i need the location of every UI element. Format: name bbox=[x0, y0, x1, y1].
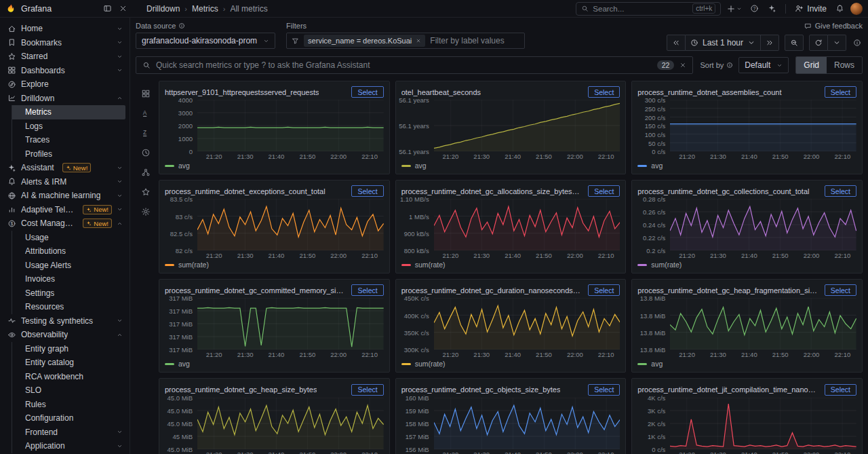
star-button[interactable] bbox=[138, 185, 153, 200]
legend[interactable]: avg bbox=[165, 161, 384, 171]
zoom-out-button[interactable] bbox=[785, 35, 804, 51]
global-search-input[interactable] bbox=[593, 5, 688, 13]
sidebar-item-settings[interactable]: Settings bbox=[12, 286, 125, 301]
sort-asc-button[interactable]: A bbox=[138, 106, 153, 121]
sidebar-item-entity-graph[interactable]: Entity graph bbox=[12, 342, 125, 356]
grafana-logo[interactable] bbox=[5, 3, 16, 14]
sidebar-item-testing-synthetics[interactable]: Testing & synthetics bbox=[4, 314, 125, 328]
sidebar-item-application[interactable]: Application bbox=[12, 439, 125, 453]
new-menu-button[interactable] bbox=[724, 1, 744, 16]
time-series-chart[interactable] bbox=[434, 100, 620, 151]
sidebar-item-slo[interactable]: SLO bbox=[12, 383, 125, 398]
sidebar-item-ai-machine-learning[interactable]: AI & machine learning bbox=[4, 189, 125, 203]
give-feedback-link[interactable]: Give feedback bbox=[804, 22, 863, 30]
sidebar-item-usage-alerts[interactable]: Usage Alerts bbox=[12, 259, 125, 273]
time-series-chart[interactable] bbox=[197, 398, 384, 449]
filter-chip[interactable]: service_name = dereos.KoSuai bbox=[304, 35, 425, 47]
refresh-button[interactable] bbox=[809, 35, 828, 51]
datasource-picker[interactable]: grafanacloud-akirasonoda-prom bbox=[136, 33, 275, 49]
legend[interactable]: avg bbox=[637, 359, 856, 369]
sidebar-item-resources[interactable]: Resources bbox=[12, 300, 125, 314]
select-button[interactable]: Select bbox=[825, 86, 856, 98]
breadcrumb-metrics[interactable]: Metrics bbox=[192, 4, 218, 14]
sidebar-item-entity-catalog[interactable]: Entity catalog bbox=[12, 356, 125, 370]
rows-view-button[interactable]: Rows bbox=[827, 57, 862, 73]
grid-view-button[interactable]: Grid bbox=[796, 57, 827, 73]
legend[interactable]: sum(rate) bbox=[165, 260, 384, 270]
select-button[interactable]: Select bbox=[825, 384, 856, 396]
history-button[interactable] bbox=[138, 145, 153, 160]
sidebar-item-profiles[interactable]: Profiles bbox=[12, 147, 125, 162]
sidebar-item-adaptive-telemetry[interactable]: Adaptive TelemetryNew! bbox=[4, 203, 125, 217]
sidebar-item-home[interactable]: Home bbox=[4, 22, 125, 36]
time-series-chart[interactable] bbox=[434, 298, 620, 349]
gear-button[interactable] bbox=[138, 204, 153, 219]
time-series-chart[interactable] bbox=[670, 298, 856, 349]
sidebar-item-attributions[interactable]: Attributions bbox=[12, 244, 125, 259]
time-shift-back-button[interactable] bbox=[667, 35, 686, 51]
legend[interactable]: sum(rate) bbox=[637, 260, 856, 270]
sidebar-item-explore[interactable]: Explore bbox=[4, 77, 125, 92]
sort-desc-button[interactable]: Z bbox=[138, 126, 153, 140]
sort-select[interactable]: Default bbox=[738, 57, 789, 73]
select-button[interactable]: Select bbox=[351, 185, 383, 197]
sidebar-item-dashboards[interactable]: Dashboards bbox=[4, 64, 125, 78]
sidebar-item-invoices[interactable]: Invoices bbox=[12, 272, 125, 286]
sidebar-item-logs[interactable]: Logs bbox=[12, 119, 125, 134]
time-series-chart[interactable] bbox=[670, 199, 856, 250]
remove-filter-icon[interactable] bbox=[416, 38, 421, 43]
sidebar-item-drilldown[interactable]: Drilldown bbox=[4, 92, 125, 106]
legend[interactable]: avg bbox=[637, 161, 856, 171]
user-avatar[interactable] bbox=[850, 3, 863, 15]
time-info-button[interactable] bbox=[852, 35, 863, 51]
select-button[interactable]: Select bbox=[825, 185, 856, 197]
time-range-picker[interactable]: Last 1 hour bbox=[686, 35, 761, 51]
legend[interactable]: avg bbox=[401, 161, 620, 171]
assistant-button[interactable] bbox=[765, 1, 779, 16]
time-series-chart[interactable] bbox=[434, 398, 620, 449]
time-series-chart[interactable] bbox=[434, 199, 620, 250]
metrics-search[interactable]: 22 bbox=[136, 56, 693, 74]
select-button[interactable]: Select bbox=[351, 86, 383, 98]
legend[interactable]: sum(rate) bbox=[401, 260, 620, 270]
sidebar-item-starred[interactable]: Starred bbox=[4, 50, 125, 64]
time-series-chart[interactable] bbox=[670, 398, 856, 449]
label-filter-input[interactable] bbox=[430, 36, 519, 45]
invite-button[interactable]: Invite bbox=[792, 1, 829, 16]
sidebar-item-observability[interactable]: Observability bbox=[4, 328, 125, 342]
select-button[interactable]: Select bbox=[588, 284, 620, 296]
select-button[interactable]: Select bbox=[588, 185, 620, 197]
select-button[interactable]: Select bbox=[825, 284, 856, 296]
filters-input[interactable]: service_name = dereos.KoSuai bbox=[286, 33, 525, 49]
sidebar-item-usage[interactable]: Usage bbox=[12, 231, 125, 245]
notifications-button[interactable] bbox=[833, 1, 847, 16]
sidebar-item-bookmarks[interactable]: Bookmarks bbox=[4, 36, 125, 50]
legend[interactable]: avg bbox=[165, 359, 384, 369]
close-menu-button[interactable] bbox=[116, 1, 130, 16]
select-button[interactable]: Select bbox=[351, 384, 383, 396]
sidebar-item-assistant[interactable]: AssistantNew! bbox=[4, 161, 125, 175]
legend[interactable]: sum(rate) bbox=[401, 359, 620, 369]
time-shift-forward-button[interactable] bbox=[761, 35, 779, 51]
time-series-chart[interactable] bbox=[670, 100, 856, 151]
sidebar-item-cost-management-a[interactable]: $Cost Management a...New! bbox=[4, 216, 125, 231]
sidebar-item-rules[interactable]: Rules bbox=[12, 398, 125, 412]
sidebar-item-alerts-irm[interactable]: Alerts & IRM bbox=[4, 175, 125, 189]
select-button[interactable]: Select bbox=[351, 284, 383, 296]
breadcrumb-drilldown[interactable]: Drilldown bbox=[146, 4, 180, 14]
time-series-chart[interactable] bbox=[197, 298, 384, 349]
sidebar-item-frontend[interactable]: Frontend bbox=[12, 425, 125, 440]
time-series-chart[interactable] bbox=[197, 100, 384, 151]
global-search[interactable]: ctrl+k bbox=[576, 2, 721, 16]
help-button[interactable]: ? bbox=[747, 1, 762, 16]
sitemap-button[interactable] bbox=[138, 165, 153, 180]
metrics-search-input[interactable] bbox=[156, 60, 652, 70]
apps-button[interactable] bbox=[138, 86, 153, 101]
sidebar-item-traces[interactable]: Traces bbox=[12, 133, 125, 147]
sidebar-item-configuration[interactable]: Configuration bbox=[12, 411, 125, 425]
select-button[interactable]: Select bbox=[588, 384, 620, 396]
sidebar-item-metrics[interactable]: Metrics bbox=[12, 105, 125, 119]
select-button[interactable]: Select bbox=[588, 86, 620, 98]
refresh-interval-button[interactable] bbox=[828, 35, 846, 51]
sidebar-item-rca-workbench[interactable]: RCA workbench bbox=[12, 370, 125, 384]
